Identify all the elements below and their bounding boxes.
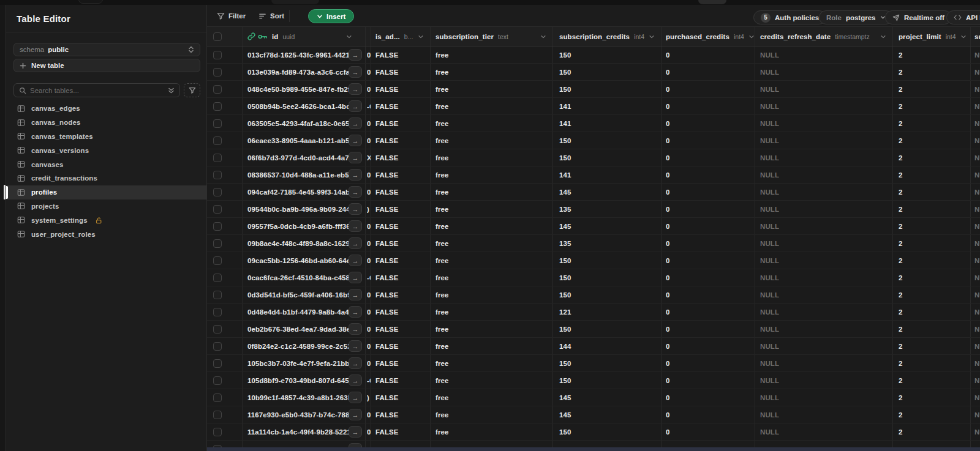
is-admin-cell[interactable]: FALSE: [371, 321, 431, 337]
subscription-credits-cell[interactable]: 150: [553, 286, 662, 303]
id-cell[interactable]: 1167e930-e5b0-43b7-b74c-788c9... →: [243, 406, 366, 423]
row-checkbox[interactable]: [213, 291, 222, 299]
credits-refresh-date-cell[interactable]: NULL: [755, 372, 893, 389]
id-cell[interactable]: 063505e5-4293-4faf-a18c-0e65b... →: [243, 115, 366, 132]
project-limit-cell[interactable]: 2: [893, 406, 971, 423]
subscription-tier-cell[interactable]: free: [431, 269, 553, 286]
project-limit-cell[interactable]: 2: [893, 81, 971, 97]
expand-row-button[interactable]: →: [349, 169, 362, 181]
row-checkbox[interactable]: [213, 393, 222, 402]
is-admin-cell[interactable]: FALSE: [371, 132, 431, 149]
project-limit-cell[interactable]: 2: [893, 269, 971, 286]
clipped-cell[interactable]: 0: [366, 355, 371, 371]
subscription-tier-cell[interactable]: free: [431, 338, 553, 354]
clipped-cell[interactable]: X: [366, 149, 371, 166]
table-row[interactable]: 0cac6fca-26cf-4510-84ba-c4580... → -C FA…: [207, 269, 980, 286]
project-limit-cell[interactable]: 2: [893, 218, 971, 234]
clipped-cell[interactable]: 0C: [366, 184, 371, 200]
table-row[interactable]: 0eb2b676-38ed-4ea7-9dad-38e6... → 0C FAL…: [207, 321, 980, 338]
purchased-credits-cell[interactable]: 0: [662, 132, 755, 149]
sidebar-table-item[interactable]: projects: [6, 199, 207, 214]
credits-refresh-date-cell[interactable]: NULL: [755, 321, 893, 337]
expand-row-button[interactable]: →: [349, 83, 362, 95]
column-menu-icon[interactable]: [540, 34, 546, 40]
sort-button[interactable]: Sort: [258, 11, 284, 21]
clipped-cell[interactable]: ): [366, 201, 371, 217]
expand-row-button[interactable]: →: [349, 306, 362, 318]
subscription-tier-cell[interactable]: free: [431, 372, 553, 389]
table-row[interactable]: 048c4e50-b989-455e-847e-fb2f... → 0C FAL…: [207, 81, 980, 98]
credits-refresh-date-cell[interactable]: NULL: [755, 98, 893, 114]
clipped-cell[interactable]: -C: [366, 269, 371, 286]
column-menu-icon[interactable]: [649, 34, 655, 40]
table-row[interactable]: 063505e5-4293-4faf-a18c-0e65b... → 0C FA…: [207, 115, 980, 132]
row-checkbox[interactable]: [213, 359, 222, 368]
insert-button[interactable]: Insert: [308, 9, 354, 23]
credits-refresh-date-cell[interactable]: NULL: [755, 184, 893, 200]
row-checkbox[interactable]: [213, 342, 222, 351]
expand-row-button[interactable]: →: [349, 203, 362, 215]
sidebar-table-item[interactable]: system_settings: [6, 213, 207, 227]
purchased-credits-cell[interactable]: 0: [662, 64, 755, 80]
subscription-tier-cell[interactable]: free: [431, 81, 553, 97]
subscription-credits-cell[interactable]: 145: [553, 406, 662, 423]
subscription-credits-cell[interactable]: 150: [553, 423, 662, 440]
header-subscription-credits[interactable]: subscription_credits int4: [553, 27, 662, 46]
credits-refresh-date-cell[interactable]: NULL: [755, 132, 893, 149]
subscription-tier-cell[interactable]: free: [431, 423, 553, 440]
expand-row-button[interactable]: →: [349, 340, 362, 352]
table-row[interactable]: 09557f5a-0dcb-4cb9-a6fb-fff366... → 0C F…: [207, 218, 980, 235]
purchased-credits-cell[interactable]: 0: [662, 338, 755, 354]
credits-refresh-date-cell[interactable]: NULL: [755, 149, 893, 166]
schema-select[interactable]: schema public: [13, 43, 200, 56]
row-checkbox[interactable]: [213, 376, 222, 385]
expand-row-button[interactable]: →: [349, 237, 362, 249]
credits-refresh-date-cell[interactable]: NULL: [755, 423, 893, 440]
sidebar-table-item[interactable]: canvas_templates: [6, 130, 207, 144]
is-admin-cell[interactable]: FALSE: [371, 81, 431, 97]
purchased-credits-cell[interactable]: 0: [662, 81, 755, 97]
role-select-button[interactable]: Role postgres: [819, 10, 893, 24]
is-admin-cell[interactable]: FALSE: [371, 184, 431, 200]
row-checkbox[interactable]: [213, 222, 222, 231]
row-checkbox[interactable]: [213, 68, 222, 76]
subscription-credits-cell[interactable]: 145: [553, 389, 662, 406]
subscription-credits-cell[interactable]: 135: [553, 201, 662, 217]
project-limit-cell[interactable]: 2: [893, 98, 971, 114]
id-cell[interactable]: 0508b94b-5ee2-4626-bca1-4bca... →: [243, 98, 366, 114]
credits-refresh-date-cell[interactable]: NULL: [755, 252, 893, 269]
expand-row-button[interactable]: →: [349, 100, 362, 112]
clipped-last-cell[interactable]: NULL: [971, 81, 980, 97]
sidebar-table-item[interactable]: canvases: [6, 157, 207, 171]
subscription-credits-cell[interactable]: 150: [553, 47, 662, 63]
clipped-cell[interactable]: 0C: [366, 423, 371, 440]
project-limit-cell[interactable]: 2: [893, 149, 971, 166]
purchased-credits-cell[interactable]: 0: [662, 184, 755, 200]
subscription-tier-cell[interactable]: free: [431, 149, 553, 166]
is-admin-cell[interactable]: FALSE: [371, 355, 431, 371]
clipped-last-cell[interactable]: NULL: [971, 64, 980, 80]
credits-refresh-date-cell[interactable]: NULL: [755, 47, 893, 63]
subscription-credits-cell[interactable]: 150: [553, 64, 662, 80]
clipped-last-cell[interactable]: NULL: [971, 372, 980, 389]
id-cell[interactable]: 09cac5bb-1256-46bd-ab60-64ed... →: [243, 252, 366, 269]
id-cell[interactable]: 013cf78d-1625-43fc-9961-442189... →: [243, 47, 366, 63]
subscription-credits-cell[interactable]: 145: [553, 218, 662, 234]
clipped-last-cell[interactable]: NULL: [971, 338, 980, 354]
subscription-credits-cell[interactable]: 141: [553, 115, 662, 132]
purchased-credits-cell[interactable]: 0: [662, 389, 755, 406]
credits-refresh-date-cell[interactable]: NULL: [755, 269, 893, 286]
auth-policies-button[interactable]: 5 Auth policies: [753, 10, 826, 24]
subscription-credits-cell[interactable]: 150: [553, 321, 662, 337]
purchased-credits-cell[interactable]: 0: [662, 406, 755, 423]
project-limit-cell[interactable]: 2: [893, 184, 971, 200]
purchased-credits-cell[interactable]: 0: [662, 304, 755, 320]
realtime-toggle-button[interactable]: Realtime off: [885, 10, 952, 24]
expand-row-button[interactable]: →: [349, 272, 362, 283]
subscription-tier-cell[interactable]: free: [431, 252, 553, 269]
credits-refresh-date-cell[interactable]: NULL: [755, 64, 893, 80]
subscription-credits-cell[interactable]: 150: [553, 252, 662, 269]
project-limit-cell[interactable]: 2: [893, 338, 971, 354]
subscription-credits-cell[interactable]: 150: [553, 355, 662, 371]
row-checkbox[interactable]: [213, 428, 222, 436]
